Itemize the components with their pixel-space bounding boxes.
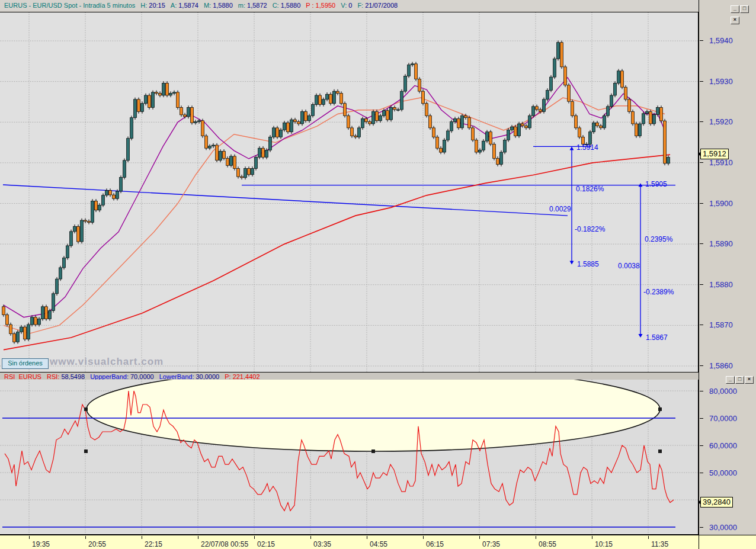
rsi-tick [700, 527, 703, 528]
svg-text:1.5905: 1.5905 [645, 180, 667, 188]
price-axis-label: 1,5900 [709, 199, 733, 208]
price-tick [700, 284, 703, 285]
price-tag-arrow-icon [698, 152, 701, 156]
svg-text:0.0038: 0.0038 [618, 262, 640, 270]
svg-text:-0.1822%: -0.1822% [575, 225, 606, 233]
time-tick [592, 536, 592, 539]
time-axis-label: 20:55 [88, 540, 106, 548]
rsi-panel-header: RSI_EURUSRSI:58,5498UppperBand:70,0000Lo… [0, 372, 756, 380]
last-price-tag: 1,5912 [700, 149, 729, 159]
price-axis-label: 1,5880 [709, 280, 733, 289]
time-axis-label: 10:15 [595, 540, 613, 548]
title-segment: EURUS - EUR/USD Spot - Intradía 5 minuto… [4, 2, 135, 9]
time-axis-label: 04:55 [370, 540, 387, 548]
price-tick [700, 203, 703, 204]
price-tick [700, 81, 703, 82]
title-segment: A: [171, 2, 177, 9]
rsi-value: 39,2840 [703, 497, 731, 506]
rsi-window-controls: _□× [725, 373, 754, 384]
time-axis-label: 02:15 [257, 540, 275, 548]
rsi-axis-label: 50,0000 [709, 468, 737, 477]
close-button[interactable]: × [731, 17, 739, 24]
price-panel-title: EURUS - EUR/USD Spot - Intradía 5 minuto… [4, 2, 403, 9]
time-tick [254, 536, 255, 539]
time-axis: 19:3520:5522:1522/07/08 00:5502:1503:350… [0, 535, 756, 549]
price-tick [700, 365, 703, 366]
title-segment: P : [306, 2, 313, 9]
rsi-restore-button[interactable]: □ [735, 376, 744, 384]
time-tick [85, 536, 86, 539]
time-axis-label: 22/07/08 00:55 [201, 540, 248, 548]
title-segment: 1,5950 [316, 2, 336, 9]
price-chart-canvas[interactable]: 1.59140.1826%0.0029-0.1822%1.58851.59050… [0, 12, 699, 373]
time-tick [367, 536, 367, 539]
last-price-value: 1,5912 [703, 149, 726, 158]
rsi-tick [700, 473, 703, 473]
time-tick [142, 536, 142, 539]
rsi-tick [700, 418, 703, 419]
price-axis-label: 1,5860 [709, 361, 733, 370]
price-tick [700, 40, 703, 41]
svg-text:0.1826%: 0.1826% [576, 185, 604, 193]
title-segment: 1,5880 [281, 2, 301, 9]
title-segment: 1,5880 [213, 2, 233, 9]
rsi-axis-label: 70,0000 [709, 414, 737, 423]
price-tick [700, 121, 703, 122]
axis-divider [699, 535, 699, 549]
visualchart-watermark: www.visualchart.com [50, 356, 164, 368]
time-axis-label: 07:35 [482, 540, 500, 548]
time-axis-label: 08:55 [539, 540, 556, 548]
price-axis-label: 1,5910 [709, 158, 733, 167]
rsi-minimize-button[interactable]: _ [726, 376, 735, 384]
time-tick [198, 536, 198, 539]
time-tick [423, 536, 424, 539]
price-tick [700, 162, 703, 163]
title-segment: 20:15 [149, 2, 165, 9]
title-segment: M: [204, 2, 211, 9]
price-axis-label: 1,5920 [709, 117, 733, 126]
restore-button[interactable]: □ [740, 5, 749, 13]
time-tick [479, 536, 480, 539]
price-tick [700, 325, 703, 325]
svg-text:1.5867: 1.5867 [646, 333, 668, 342]
title-segment: 21/07/2008 [365, 2, 398, 9]
svg-text:-0.2389%: -0.2389% [643, 288, 674, 296]
rsi-value-tag: 39,2840 [700, 497, 733, 508]
rsi-tag-arrow-icon [698, 500, 701, 505]
svg-text:0.2395%: 0.2395% [645, 235, 673, 243]
svg-text:1.5885: 1.5885 [577, 260, 599, 268]
minimize-button[interactable]: _ [731, 5, 739, 13]
time-axis-label: 19:35 [32, 540, 50, 548]
title-segment: 0 [348, 2, 352, 9]
price-panel-header: EURUS - EUR/USD Spot - Intradía 5 minuto… [0, 0, 756, 11]
rsi-axis-label: 60,0000 [709, 441, 737, 450]
no-orders-badge: Sin órdenes [2, 358, 49, 369]
rsi-chart-canvas[interactable] [0, 380, 699, 535]
time-tick [648, 536, 649, 539]
rsi-close-button[interactable]: × [745, 376, 754, 384]
time-tick [310, 536, 311, 539]
rsi-axis-label: 80,0000 [709, 387, 737, 396]
time-axis-label: 03:35 [313, 540, 331, 548]
rsi-tick [700, 445, 703, 446]
time-tick [29, 536, 30, 539]
title-segment: 1,5874 [178, 2, 198, 9]
price-window-controls: _□× [730, 2, 756, 24]
price-axis-label: 1,5930 [709, 77, 733, 86]
price-axis: 1,5912 39,2840 1,59401,59301,59201,59101… [699, 0, 756, 535]
title-segment: V: [341, 2, 347, 9]
time-tick [536, 536, 536, 539]
title-segment: F: [357, 2, 363, 9]
time-axis-label: 11:35 [651, 540, 668, 548]
price-axis-label: 1,5890 [709, 239, 733, 248]
rsi-tick [700, 391, 703, 391]
svg-text:0.0029: 0.0029 [549, 205, 571, 213]
visual-chart-window: EURUS - EUR/USD Spot - Intradía 5 minuto… [0, 0, 756, 549]
title-segment: H: [140, 2, 147, 9]
title-segment: 1,5872 [247, 2, 267, 9]
price-tick [700, 243, 703, 244]
rsi-axis-label: 30,0000 [709, 523, 737, 532]
title-segment: m: [238, 2, 245, 9]
price-axis-label: 1,5870 [709, 320, 733, 329]
title-segment: C: [273, 2, 279, 9]
